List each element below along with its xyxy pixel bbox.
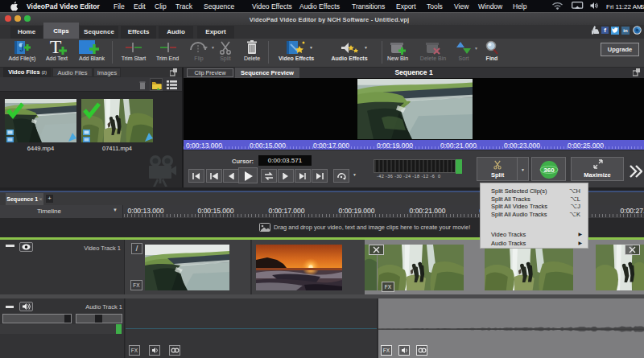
svg-text:360: 360 xyxy=(543,167,555,174)
